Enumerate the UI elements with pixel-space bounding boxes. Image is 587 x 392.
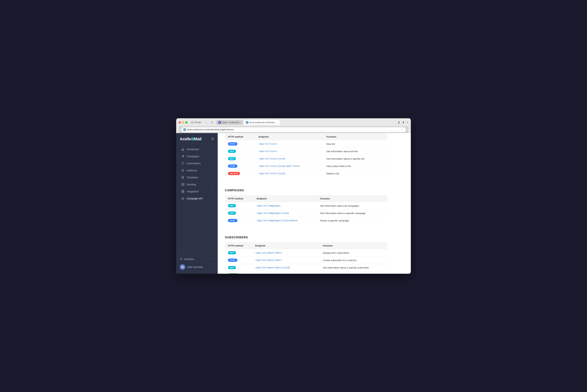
logo-text: Acelle⊠Mail: [180, 137, 201, 141]
nav-back-button[interactable]: ‹: [204, 120, 209, 124]
address-favicon: 🔒: [183, 128, 186, 131]
download-icon[interactable]: ⬇: [398, 121, 400, 124]
endpoint-link[interactable]: /api/v1/subscribers/{uid}: [255, 266, 290, 269]
col-header-method: HTTP method: [225, 195, 254, 202]
traffic-light-green[interactable]: [185, 121, 187, 124]
function-cell: Get information about a specific campaig…: [317, 210, 387, 217]
method-badge-get: GET: [228, 204, 236, 207]
endpoint-link[interactable]: /api/v1/subscribers: [255, 252, 282, 254]
function-cell: Delete a list: [324, 170, 387, 177]
browser-tab-1[interactable]: M token - Acelle Em...: [216, 120, 243, 125]
function-cell: Update subscriber for a mail list: [320, 271, 387, 274]
sidebar-item-sending[interactable]: Sending ›: [178, 181, 216, 188]
nav-refresh-button[interactable]: ↻: [210, 120, 214, 124]
endpoint-cell: /api/v1/lists/{uid}/add-field: [256, 162, 324, 170]
endpoint-cell: /api/v1/subscribers/{uid}: [252, 264, 320, 271]
endpoint-cell: /api/v1/lists: [256, 148, 324, 155]
endpoint-link[interactable]: /api/v1/lists/{uid}/add-field: [258, 165, 299, 168]
svg-point-8: [182, 198, 184, 200]
table-row: GET /api/v1/lists/{uid} Get information …: [225, 155, 387, 162]
subscribers-section-title: SUBSCRIBERS: [225, 232, 387, 239]
address-url: demo.acellemail.com/frontend/docs/api/v1…: [187, 128, 399, 131]
subscribers-table: HTTP method Endpoint Function GET /api/v…: [225, 242, 387, 274]
sidebar-item-templates[interactable]: Templates: [178, 174, 216, 181]
sidebar-item-automations[interactable]: Automations: [178, 160, 216, 167]
sidebar-item-label-sending: Sending: [187, 183, 196, 186]
address-bar: 🔒 demo.acellemail.com/frontend/docs/api/…: [179, 126, 408, 133]
function-cell: Add custom field to list: [324, 162, 387, 170]
endpoint-link[interactable]: /api/v1/lists: [258, 143, 277, 145]
endpoint-link[interactable]: /api/v1/campaigns: [257, 204, 281, 207]
endpoint-cell: /api/v1/lists/{uid}: [256, 170, 324, 177]
method-badge-post: POST: [228, 219, 237, 222]
traffic-light-yellow[interactable]: [182, 121, 184, 124]
table-row: DELETE /api/v1/lists/{uid} Delete a list: [225, 170, 387, 177]
col-header-endpoint: Endpoint: [252, 242, 320, 249]
share-icon[interactable]: ⬆: [402, 121, 405, 124]
table-row: GET /api/v1/subscribers Display list's s…: [225, 249, 387, 256]
sidebar-item-label-campaign-api: Campaign API: [187, 197, 203, 200]
endpoint-link[interactable]: /api/v1/subscribers: [255, 259, 282, 262]
method-cell: GET: [225, 210, 254, 217]
endpoint-link[interactable]: /api/v1/lists: [258, 150, 277, 153]
method-cell: POST: [225, 256, 252, 264]
activities-link[interactable]: ↺ Activities ↗: [178, 256, 216, 262]
activities-label: Activities: [184, 258, 194, 260]
function-cell: Pause a specific campaign: [317, 217, 387, 224]
sidebar-item-label-audience: Audience: [187, 169, 197, 172]
traffic-light-red[interactable]: [179, 121, 181, 124]
endpoint-link[interactable]: /api/v1/campaigns/{uid}/pause: [257, 219, 298, 222]
function-cell: Create subscriber for a mail list: [320, 256, 387, 264]
endpoint-cell: /api/v1/lists/{uid}: [256, 155, 324, 162]
private-mode-label: Private: [191, 121, 201, 124]
function-cell: New list: [324, 140, 387, 148]
campaigns-table: HTTP method Endpoint Function GET /api/v…: [225, 195, 387, 224]
endpoint-cell: /api/v1/subscribers: [252, 249, 320, 256]
sidebar-toggle-button[interactable]: ☰: [211, 137, 214, 141]
shield-icon: [181, 162, 184, 165]
private-icon: [191, 121, 193, 124]
lists-table-partial: HTTP method Endpoint Function POST /api/…: [225, 133, 387, 177]
endpoint-cell: /api/v1/campaigns: [254, 202, 317, 210]
sidebar-item-campaigns[interactable]: Campaigns: [178, 153, 216, 160]
house-icon: [181, 148, 184, 151]
endpoint-link[interactable]: /api/v1/campaigns/{uid}: [257, 212, 289, 214]
users-icon: [181, 169, 184, 172]
browser-tab-2[interactable]: 🔒 demo.acellemail.com/frontend/docs/api/…: [244, 120, 280, 125]
browser-chrome: Private ‹ ↻ M token - Acelle Em... 🔒 dem…: [176, 118, 411, 133]
sidebar-item-integration[interactable]: Integration ›: [178, 188, 216, 195]
sidebar-item-audience[interactable]: Audience ›: [178, 167, 216, 174]
method-badge-get: GET: [228, 212, 236, 215]
chevron-right-icon-audience: ›: [212, 169, 213, 172]
send-icon: [181, 183, 184, 186]
endpoint-link[interactable]: /api/v1/lists/{uid}: [258, 172, 285, 175]
file-edit-icon: [181, 176, 184, 179]
sidebar-nav: Dashboard Campaigns: [176, 144, 218, 253]
method-cell: PATCH: [225, 271, 252, 274]
user-profile-link[interactable]: JK Jolie Kennedy ›: [178, 262, 216, 272]
svg-rect-7: [183, 192, 184, 193]
new-tab-icon[interactable]: +: [407, 121, 408, 124]
sidebar-item-dashboard[interactable]: Dashboard: [178, 146, 216, 153]
chevron-right-icon-sending: ›: [212, 184, 213, 186]
sidebar-item-campaign-api[interactable]: Campaign API: [178, 195, 216, 202]
endpoint-cell: /api/v1/subscribers/{uid}: [252, 271, 320, 274]
col-header-endpoint: Endpoint: [254, 195, 317, 202]
method-cell: GET: [225, 264, 252, 271]
api-icon: [181, 197, 184, 200]
svg-point-1: [182, 170, 183, 170]
browser-window: Private ‹ ↻ M token - Acelle Em... 🔒 dem…: [176, 118, 411, 274]
tab-label-2: demo.acellemail.com/frontend/docs/api/v1…: [249, 121, 278, 124]
table-header-row: HTTP method Endpoint Function: [225, 133, 387, 140]
table-row: POST /api/v1/lists New list: [225, 140, 387, 148]
endpoint-link[interactable]: /api/v1/lists/{uid}: [258, 158, 285, 160]
tab-favicon-2: 🔒: [246, 121, 248, 124]
method-badge-post: POST: [228, 142, 237, 146]
chevron-right-icon-user: ›: [213, 266, 214, 268]
address-more-icon[interactable]: ···: [401, 128, 404, 131]
address-box[interactable]: 🔒 demo.acellemail.com/frontend/docs/api/…: [181, 127, 406, 132]
external-link-icon: ↗: [212, 258, 214, 260]
method-cell: POST: [225, 140, 256, 148]
col-header-method: HTTP method: [225, 133, 256, 140]
table-row: GET /api/v1/campaigns/{uid} Get informat…: [225, 210, 387, 217]
